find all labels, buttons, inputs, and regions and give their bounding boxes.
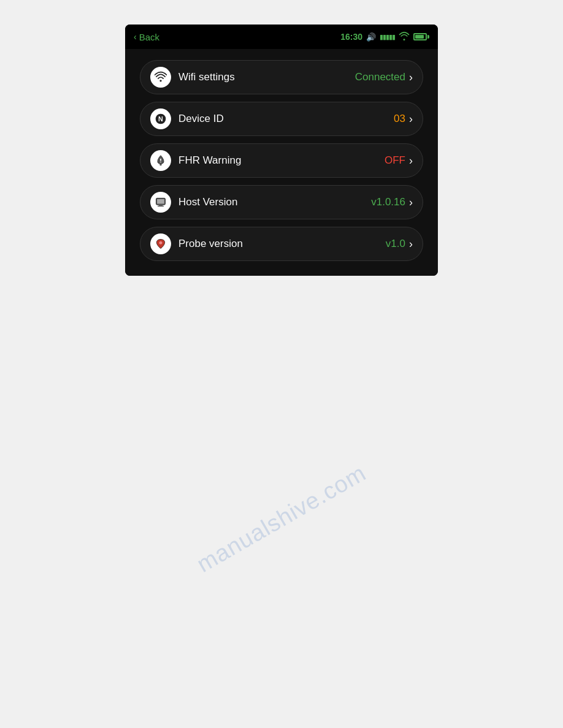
settings-content: Wifi settings Connected › N Device ID 03… xyxy=(125,49,438,276)
battery-icon xyxy=(413,33,429,40)
wifi-settings-chevron-icon: › xyxy=(409,71,413,84)
fhr-warning-icon-circle xyxy=(150,150,171,171)
probe-version-icon-circle xyxy=(150,233,171,254)
status-bar: ‹ Back 16:30 🔊 ▮▮▮▮▮ xyxy=(125,25,438,49)
probe-version-label: Probe version xyxy=(178,238,386,250)
signal-bars-icon: ▮▮▮▮▮ xyxy=(380,33,395,41)
host-version-icon-circle xyxy=(150,192,171,213)
probe-version-chevron-icon: › xyxy=(409,238,413,251)
svg-rect-4 xyxy=(160,162,161,163)
back-label: Back xyxy=(139,32,159,42)
device-id-value: 03 xyxy=(394,113,405,125)
wifi-settings-item[interactable]: Wifi settings Connected › xyxy=(140,60,423,94)
back-chevron-icon: ‹ xyxy=(134,32,137,42)
host-version-item[interactable]: Host Version v1.0.16 › xyxy=(140,185,423,219)
status-time: 16:30 xyxy=(340,32,362,42)
host-version-value: v1.0.16 xyxy=(371,196,405,208)
device-id-label: Device ID xyxy=(178,113,394,125)
wifi-status-icon xyxy=(399,32,410,42)
watermark: manualshive.com xyxy=(193,460,371,578)
fhr-warning-label: FHR Warning xyxy=(178,154,385,167)
svg-rect-3 xyxy=(160,159,161,161)
volume-icon: 🔊 xyxy=(366,32,376,42)
device-id-chevron-icon: › xyxy=(409,113,413,126)
fhr-warning-value: OFF xyxy=(385,154,405,167)
back-button[interactable]: ‹ Back xyxy=(134,32,159,42)
wifi-settings-value: Connected xyxy=(355,71,405,83)
probe-version-value: v1.0 xyxy=(386,238,405,250)
wifi-settings-label: Wifi settings xyxy=(178,71,355,83)
host-version-chevron-icon: › xyxy=(409,196,413,209)
device-id-item[interactable]: N Device ID 03 › xyxy=(140,102,423,136)
fhr-warning-item[interactable]: FHR Warning OFF › xyxy=(140,143,423,178)
device-id-icon-circle: N xyxy=(150,108,171,129)
wifi-icon-circle xyxy=(150,67,171,88)
probe-version-item[interactable]: Probe version v1.0 › xyxy=(140,227,423,261)
fhr-warning-chevron-icon: › xyxy=(409,154,413,167)
svg-point-0 xyxy=(159,80,161,82)
svg-text:N: N xyxy=(158,115,163,123)
status-right-group: 16:30 🔊 ▮▮▮▮▮ xyxy=(340,32,429,42)
device-screen: ‹ Back 16:30 🔊 ▮▮▮▮▮ xyxy=(125,25,438,276)
svg-rect-8 xyxy=(158,206,164,207)
svg-rect-6 xyxy=(157,199,164,204)
host-version-label: Host Version xyxy=(178,196,371,208)
